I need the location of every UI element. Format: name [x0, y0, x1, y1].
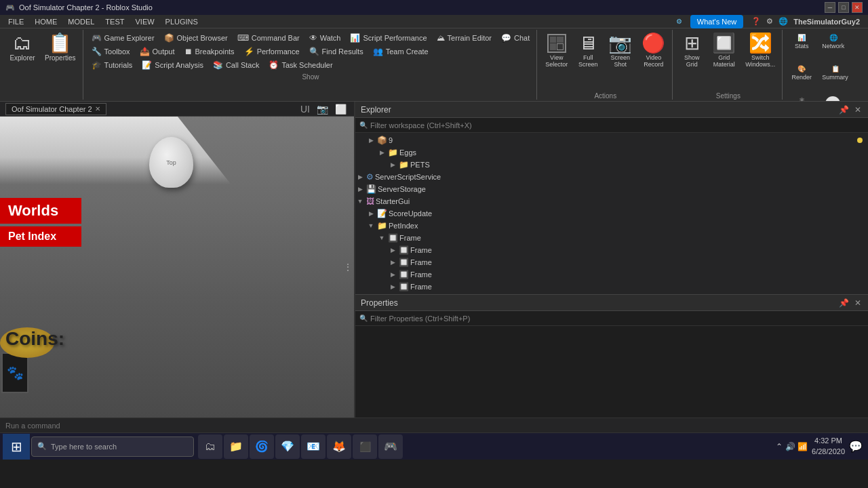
- tree-item-serverscriptservice[interactable]: ▶ ⚙ ServerScriptService: [355, 171, 868, 183]
- title-text: Oof Simulator Chapter 2 - Roblox Studio: [19, 3, 153, 12]
- video-record-button[interactable]: 🔴 VideoRecord: [637, 31, 669, 91]
- script-analysis-button[interactable]: 📝 Script Analysis: [138, 58, 208, 72]
- show-grid-button[interactable]: ⊞ ShowGrid: [677, 31, 707, 91]
- expand-f3[interactable]: ▶: [388, 270, 397, 279]
- grid-material-button[interactable]: 🔲 GridMaterial: [708, 31, 740, 91]
- camera-icon[interactable]: 📷: [315, 104, 330, 115]
- f3-icon: 🔲: [399, 270, 409, 279]
- pet-index-button-gui: Pet Index: [0, 226, 81, 247]
- object-browser-button[interactable]: 📦 Object Browser: [160, 31, 232, 45]
- fp-label: Frame: [399, 234, 421, 242]
- physics-button[interactable]: ⚛ Physics: [787, 94, 816, 102]
- start-button[interactable]: ⊞: [3, 434, 30, 460]
- expand-fp[interactable]: ▼: [377, 233, 387, 243]
- explorer-pin-button[interactable]: 📌: [837, 105, 850, 115]
- explorer-button[interactable]: 🗂 Explorer: [5, 31, 39, 91]
- tree-item-serverstorage[interactable]: ▶ 💾 ServerStorage: [355, 183, 868, 195]
- sss-icon: ⚙: [366, 172, 374, 182]
- expand-su[interactable]: ▶: [366, 209, 376, 218]
- expand-pets[interactable]: ▶: [388, 160, 397, 169]
- taskbar-app-edge[interactable]: 🌀: [250, 434, 274, 459]
- maximize-button[interactable]: □: [838, 2, 849, 13]
- expand-sg[interactable]: ▼: [355, 197, 365, 206]
- tree-item-scoreupdate[interactable]: ▶ 📝 ScoreUpdate: [355, 207, 868, 220]
- tree-item-pets[interactable]: ▶ 📁 PETS: [355, 159, 868, 171]
- tree-item-frame-parent[interactable]: ▼ 🔲 Frame: [355, 232, 868, 244]
- tree-item-eggs[interactable]: ▶ 📁 Eggs: [355, 146, 868, 159]
- switch-windows-button[interactable]: 🔀 SwitchWindows...: [741, 31, 779, 91]
- tree-item-frame-1[interactable]: ▶ 🔲 Frame: [355, 244, 868, 256]
- taskbar-app-roblox2[interactable]: 🎮: [378, 434, 403, 459]
- command-bar-button[interactable]: ⌨ Command Bar: [233, 31, 304, 45]
- tree-item-workspace[interactable]: ▶ 📦 9: [355, 134, 868, 146]
- properties-button[interactable]: 📋 Properties: [41, 31, 80, 91]
- clear-button[interactable]: ✕ Clear: [818, 94, 848, 102]
- performance-button[interactable]: ⚡ Performance: [240, 45, 304, 58]
- taskbar-app-roblox[interactable]: 💎: [275, 434, 300, 459]
- network-button[interactable]: 🌐 Network: [818, 31, 848, 61]
- expand-f2[interactable]: ▶: [388, 258, 397, 267]
- viewport-canvas[interactable]: Worlds Pet Index 🐾 Coins: Top ⋮: [0, 117, 355, 418]
- taskbar-app-explorer[interactable]: 🗂: [198, 434, 222, 459]
- tutorials-button[interactable]: 🎓 Tutorials: [87, 58, 137, 72]
- taskbar-app-mail[interactable]: 📧: [301, 434, 326, 459]
- expand-ss[interactable]: ▶: [355, 184, 365, 194]
- terrain-editor-button[interactable]: ⛰ Terrain Editor: [433, 31, 496, 45]
- stats-button[interactable]: 📊 Stats: [787, 31, 816, 61]
- minimize-button[interactable]: ─: [825, 2, 835, 13]
- properties-filter-bar[interactable]: 🔍 Filter Properties (Ctrl+Shift+P): [355, 311, 868, 326]
- taskbar-search-bar[interactable]: 🔍 Type here to search: [31, 436, 194, 457]
- fullscreen-icon[interactable]: ⬜: [333, 104, 349, 115]
- summary-button[interactable]: 📋 Summary: [818, 62, 852, 92]
- properties-pin-button[interactable]: 📌: [837, 298, 850, 308]
- menu-model[interactable]: MODEL: [62, 16, 100, 27]
- menu-plugins[interactable]: PLUGINS: [160, 16, 203, 27]
- expand-sss[interactable]: ▶: [355, 172, 365, 182]
- view-selector-label: ViewSelector: [545, 54, 568, 68]
- menu-home[interactable]: HOME: [29, 16, 62, 27]
- whats-new-button[interactable]: What's New: [690, 15, 743, 28]
- toolbox-button[interactable]: 🔧 Toolbox: [87, 45, 134, 58]
- menu-test[interactable]: TEST: [100, 16, 130, 27]
- find-results-button[interactable]: 🔍 Find Results: [305, 45, 368, 58]
- resize-handle-indicator[interactable]: ⋮: [343, 262, 353, 272]
- taskbar-app-firefox[interactable]: 🦊: [327, 434, 351, 459]
- menu-file[interactable]: FILE: [3, 16, 29, 27]
- view-selector-button[interactable]: ViewSelector: [541, 31, 572, 91]
- watch-button[interactable]: 👁 Watch: [305, 31, 345, 45]
- menu-view[interactable]: VIEW: [130, 16, 159, 27]
- render-button[interactable]: 🎨 Render: [787, 62, 816, 92]
- expand-f4[interactable]: ▶: [388, 282, 397, 291]
- close-button[interactable]: ✕: [852, 2, 863, 13]
- taskbar-app-files[interactable]: 📁: [224, 434, 248, 459]
- tray-notification-icon[interactable]: 💬: [849, 440, 863, 453]
- script-performance-button[interactable]: 📊 Script Performance: [346, 31, 431, 45]
- viewport-tab-item[interactable]: Oof Simulator Chapter 2 ✕: [5, 103, 106, 115]
- expand-pi[interactable]: ▼: [366, 221, 376, 230]
- breakpoints-button[interactable]: ⏹ Breakpoints: [180, 45, 239, 58]
- taskbar-app-cmd[interactable]: ⬛: [353, 434, 377, 459]
- expand-f1[interactable]: ▶: [388, 245, 397, 255]
- expand-workspace[interactable]: ▶: [366, 136, 376, 145]
- command-input[interactable]: [5, 422, 863, 430]
- screen-shot-button[interactable]: 📷 ScreenShot: [604, 31, 636, 91]
- full-screen-button[interactable]: 🖥 FullScreen: [573, 31, 603, 91]
- tree-item-petindex[interactable]: ▼ 📁 PetIndex: [355, 220, 868, 232]
- game-explorer-button[interactable]: 🎮 Game Explorer: [87, 31, 159, 45]
- properties-close-button[interactable]: ✕: [853, 298, 863, 308]
- task-scheduler-button[interactable]: ⏰ Task Scheduler: [264, 58, 336, 72]
- call-stack-button[interactable]: 📚 Call Stack: [209, 58, 264, 72]
- team-create-button[interactable]: 👥 Team Create: [369, 45, 433, 58]
- video-record-icon: 🔴: [642, 34, 665, 53]
- tree-item-frame-3[interactable]: ▶ 🔲 Frame: [355, 268, 868, 281]
- tree-item-frame-2[interactable]: ▶ 🔲 Frame: [355, 256, 868, 268]
- output-button[interactable]: 📤 Output: [136, 45, 179, 58]
- tree-item-frame-4[interactable]: ▶ 🔲 Frame: [355, 281, 868, 293]
- chat-button[interactable]: 💬 Chat: [497, 31, 534, 45]
- explorer-close-button[interactable]: ✕: [853, 105, 863, 115]
- tab-close-icon[interactable]: ✕: [95, 105, 100, 113]
- expand-eggs[interactable]: ▶: [377, 148, 387, 157]
- ui-toggle-button[interactable]: UI: [298, 104, 312, 115]
- explorer-filter-bar[interactable]: 🔍 Filter workspace (Ctrl+Shift+X): [355, 118, 868, 133]
- tree-item-startergui[interactable]: ▼ 🖼 StarterGui: [355, 195, 868, 207]
